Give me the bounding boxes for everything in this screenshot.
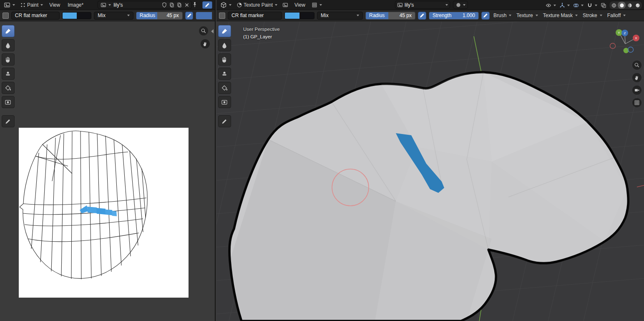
pan-button[interactable]: [632, 73, 641, 82]
chevron-down-icon: [229, 4, 231, 6]
annotate-tool-button[interactable]: [2, 115, 15, 127]
xray-toggle[interactable]: [600, 2, 607, 9]
ortho-toggle-button[interactable]: [632, 98, 641, 107]
image-editor-header: Paint View Image* lily's: [0, 0, 215, 10]
strength-value: 1.000: [463, 13, 475, 18]
brush-thumbnail[interactable]: [3, 13, 9, 19]
active-tool-pen-icon: [204, 2, 210, 8]
unlink-image-icon[interactable]: [184, 2, 190, 8]
strength-pressure-toggle[interactable]: [481, 12, 490, 20]
secondary-color-swatch[interactable]: [77, 13, 91, 19]
smear-hand-icon: [5, 56, 11, 63]
shading-wireframe-button[interactable]: [610, 2, 618, 9]
draw-tool-button[interactable]: [218, 25, 231, 37]
secondary-color-swatch[interactable]: [299, 13, 314, 19]
strength-slider-clipped[interactable]: [196, 12, 212, 20]
mode-label: Texture Paint: [244, 2, 273, 8]
shading-material-button[interactable]: [626, 2, 634, 9]
pan-button[interactable]: [201, 39, 210, 48]
overlays-dropdown[interactable]: [572, 2, 584, 9]
rendered-sphere-icon: [635, 3, 641, 8]
snapping-dropdown[interactable]: [586, 2, 598, 9]
fake-user-shield-icon[interactable]: [161, 2, 167, 8]
primary-color-swatch[interactable]: [63, 13, 77, 19]
draw-tool-button[interactable]: [2, 25, 15, 37]
texture-popover[interactable]: Texture: [515, 13, 539, 18]
navigation-gizmo[interactable]: Y Z X: [608, 25, 643, 58]
smear-tool-button[interactable]: [2, 53, 15, 66]
droplet-icon: [221, 42, 228, 49]
viewport-extra-dropdown[interactable]: [309, 1, 324, 9]
pin-icon: [191, 1, 198, 8]
image-editor: Paint View Image* lily's: [0, 0, 216, 321]
interaction-mode-dropdown[interactable]: Texture Paint: [234, 1, 279, 9]
browse-image-dropdown[interactable]: [100, 2, 112, 8]
view-menu[interactable]: View: [46, 1, 63, 9]
fill-tool-button[interactable]: [2, 82, 15, 94]
blend-mode-dropdown[interactable]: Mix: [317, 12, 363, 20]
strength-slider[interactable]: Strength 1.000: [429, 12, 479, 20]
pin-toggle[interactable]: [191, 1, 198, 9]
x-axis-negative-ball[interactable]: [610, 43, 616, 49]
mode-icon-button[interactable]: [280, 1, 290, 9]
editor-type-dropdown[interactable]: [2, 1, 17, 9]
annotate-tool-button[interactable]: [218, 115, 231, 127]
gizmos-dropdown[interactable]: [558, 2, 571, 9]
clone-tool-button[interactable]: [2, 68, 15, 80]
clone-tool-button[interactable]: [218, 68, 231, 80]
zoom-button[interactable]: [199, 26, 208, 35]
soften-tool-button[interactable]: [218, 39, 231, 51]
texture-mask-popover[interactable]: Texture Mask: [542, 13, 579, 18]
image-icon: [101, 2, 106, 8]
brush-popover[interactable]: Brush: [492, 13, 513, 18]
camera-icon: [634, 87, 640, 93]
mask-tool-button[interactable]: [2, 96, 15, 108]
chevron-down-icon: [600, 15, 602, 16]
falloff-popover[interactable]: Falloff: [606, 13, 627, 18]
material-preview-dropdown[interactable]: [453, 1, 468, 9]
gizmos-toggle-button[interactable]: [202, 1, 212, 9]
radius-slider[interactable]: Radius 45 px: [136, 12, 183, 20]
stroke-popover[interactable]: Stroke: [581, 13, 604, 18]
chevron-down-icon: [581, 5, 584, 6]
smear-tool-button[interactable]: [218, 53, 231, 66]
visibility-dropdown[interactable]: [545, 2, 557, 9]
camera-view-button[interactable]: [632, 86, 641, 95]
radius-pressure-toggle[interactable]: [418, 12, 426, 20]
image-menu[interactable]: Image*: [64, 1, 87, 9]
radius-slider[interactable]: Radius 45 px: [365, 12, 415, 20]
brush-selector[interactable]: CR flat marker: [228, 12, 282, 20]
annotate-pencil-icon: [5, 118, 11, 125]
solid-sphere-icon: [619, 3, 625, 8]
brush-color-swatches: [62, 12, 92, 19]
zoom-button[interactable]: [632, 61, 641, 70]
uv-image-canvas[interactable]: [19, 128, 189, 298]
image-paint-toolbar: [1, 25, 15, 127]
mask-tool-button[interactable]: [218, 96, 231, 108]
soften-tool-button[interactable]: [2, 39, 15, 51]
chevron-down-icon: [509, 15, 511, 16]
blend-mode-dropdown[interactable]: Mix: [94, 12, 133, 20]
image-name-field[interactable]: lily's: [113, 2, 160, 8]
brush-selector[interactable]: CR flat marker: [11, 12, 60, 20]
shading-rendered-button[interactable]: [634, 2, 641, 9]
droplet-icon: [5, 42, 11, 49]
shading-solid-button[interactable]: [618, 2, 626, 9]
brush-thumbnail[interactable]: [219, 13, 225, 19]
image-datablock-selector: lily's: [98, 1, 192, 9]
chevron-down-icon: [108, 4, 111, 6]
editor-type-dropdown[interactable]: [218, 1, 234, 9]
region-collapse-arrow[interactable]: [211, 29, 214, 33]
view-menu[interactable]: View: [291, 1, 309, 9]
radius-pressure-toggle[interactable]: [185, 12, 194, 20]
new-image-icon[interactable]: [169, 2, 175, 8]
viewport-canvas[interactable]: [216, 22, 644, 321]
pack-image-icon[interactable]: [176, 2, 182, 8]
texture-datablock[interactable]: lily's: [395, 1, 450, 9]
fill-tool-button[interactable]: [218, 82, 231, 94]
grid-icon: [634, 100, 640, 106]
z-axis-negative-ball[interactable]: [628, 47, 634, 53]
paint-mode-dropdown[interactable]: Paint: [18, 1, 45, 9]
primary-color-swatch[interactable]: [285, 13, 299, 19]
brush-color-swatches: [284, 12, 314, 19]
